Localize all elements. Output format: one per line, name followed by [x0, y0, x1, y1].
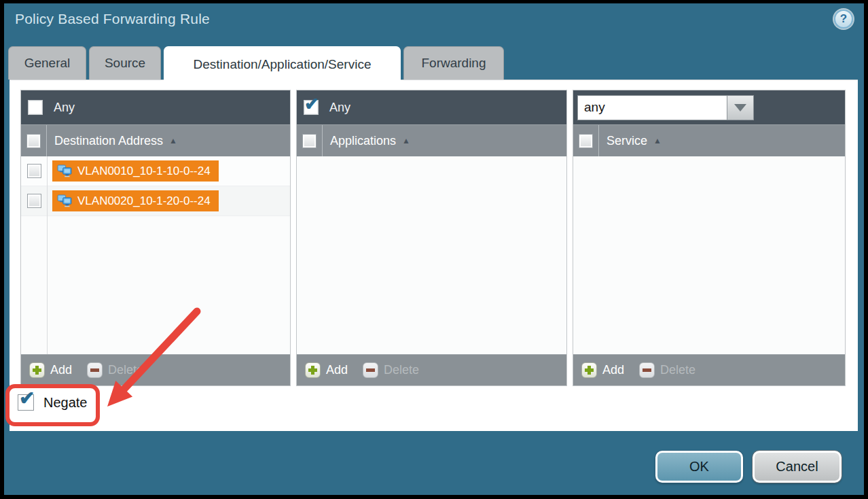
destination-select-all-checkbox[interactable] [26, 134, 41, 148]
add-label: Add [602, 363, 624, 377]
minus-icon [87, 362, 103, 378]
destination-any-header: ✔ Any [21, 90, 290, 124]
negate-label: Negate [43, 395, 88, 411]
ok-label: OK [689, 459, 709, 475]
delete-label: Delete [660, 363, 695, 377]
service-list [573, 156, 845, 354]
column-title[interactable]: Service [599, 134, 647, 148]
address-object-label: VLAN0010_10-1-10-0--24 [77, 165, 211, 178]
ok-button[interactable]: OK [655, 451, 743, 483]
delete-label: Delete [108, 363, 143, 377]
column-title[interactable]: Applications [323, 134, 396, 148]
tab-label: Forwarding [421, 56, 486, 71]
network-address-icon [57, 165, 73, 177]
select-all-cell [297, 125, 323, 156]
delete-label: Delete [384, 363, 419, 377]
service-column-header: Service ▲ [573, 124, 845, 156]
cancel-label: Cancel [776, 459, 818, 475]
destination-toolbar: Add Delete [21, 354, 290, 385]
column-title[interactable]: Destination Address [47, 134, 163, 148]
address-object-chip[interactable]: VLAN0020_10-1-20-0--24 [52, 190, 219, 211]
destination-list: VLAN0010_10-1-10-0--24 VLAN00 [21, 156, 290, 354]
dropdown-button[interactable] [727, 95, 754, 120]
row-checkbox[interactable] [27, 194, 41, 208]
service-panel: any Service ▲ Add Delete [573, 90, 846, 386]
dialog-title: Policy Based Forwarding Rule [15, 11, 210, 27]
minus-icon [363, 362, 378, 378]
applications-list [297, 156, 566, 354]
help-icon[interactable]: ? [834, 10, 853, 29]
add-button[interactable]: Add [581, 362, 624, 378]
applications-select-all-checkbox[interactable] [302, 134, 317, 148]
delete-button[interactable]: Delete [87, 362, 143, 378]
select-all-cell [21, 125, 47, 156]
help-glyph: ? [840, 12, 847, 26]
sort-ascending-icon[interactable]: ▲ [402, 136, 410, 145]
row-checkbox[interactable] [27, 164, 41, 178]
delete-button[interactable]: Delete [363, 362, 419, 378]
checkmark-icon: ✔ [304, 95, 319, 113]
plus-icon [581, 362, 597, 378]
applications-toolbar: Add Delete [297, 354, 566, 385]
minus-icon [639, 362, 655, 378]
tab-destination-application-service[interactable]: Destination/Application/Service [164, 46, 401, 82]
applications-panel: ✔ Any Applications ▲ Add Delete [296, 90, 567, 386]
service-select-all-checkbox[interactable] [579, 134, 593, 148]
applications-any-checkbox[interactable]: ✔ [304, 100, 319, 115]
negate-control: ✔ Negate [18, 394, 88, 411]
service-dropdown[interactable]: any [577, 95, 754, 120]
checkmark-icon: ✔ [19, 389, 35, 408]
tab-label: Source [105, 56, 145, 71]
any-label: Any [54, 101, 75, 115]
cancel-button[interactable]: Cancel [753, 451, 842, 483]
row-checkbox-cell [21, 186, 47, 216]
destination-column-header: Destination Address ▲ [21, 124, 290, 156]
sort-ascending-icon[interactable]: ▲ [169, 136, 177, 145]
sort-ascending-icon[interactable]: ▲ [653, 136, 662, 145]
address-object-label: VLAN0020_10-1-20-0--24 [77, 194, 211, 208]
tab-label: Destination/Application/Service [194, 57, 372, 72]
screenshot-root: { "window": { "title": "Policy Based For… [0, 0, 868, 499]
plus-icon [29, 362, 45, 378]
plus-icon [305, 362, 321, 378]
table-row[interactable]: VLAN0010_10-1-10-0--24 [21, 156, 290, 186]
table-row[interactable]: VLAN0020_10-1-20-0--24 [21, 186, 290, 216]
negate-checkbox[interactable]: ✔ [18, 394, 34, 411]
network-address-icon [57, 194, 73, 207]
column-divider [47, 156, 48, 354]
tab-general[interactable]: General [8, 46, 86, 80]
address-object-chip[interactable]: VLAN0010_10-1-10-0--24 [52, 160, 219, 182]
destination-address-panel: ✔ Any Destination Address ▲ [20, 90, 291, 386]
add-button[interactable]: Add [305, 362, 348, 378]
service-toolbar: Add Delete [573, 354, 845, 385]
row-checkbox-cell [21, 156, 47, 186]
tab-forwarding[interactable]: Forwarding [403, 46, 504, 80]
add-label: Add [50, 363, 72, 377]
service-dropdown-value[interactable]: any [577, 95, 727, 120]
any-label: Any [329, 101, 350, 115]
applications-any-header: ✔ Any [297, 90, 566, 124]
add-button[interactable]: Add [29, 362, 72, 378]
delete-button[interactable]: Delete [639, 362, 695, 378]
destination-any-checkbox[interactable]: ✔ [28, 100, 43, 115]
tab-content-panel: ✔ Any Destination Address ▲ [10, 80, 858, 431]
select-all-cell [573, 125, 599, 156]
tab-source[interactable]: Source [89, 46, 161, 80]
tab-label: General [24, 56, 71, 71]
chevron-down-icon [734, 104, 746, 111]
applications-column-header: Applications ▲ [297, 124, 566, 156]
service-dropdown-header: any [573, 90, 845, 124]
add-label: Add [326, 363, 348, 377]
